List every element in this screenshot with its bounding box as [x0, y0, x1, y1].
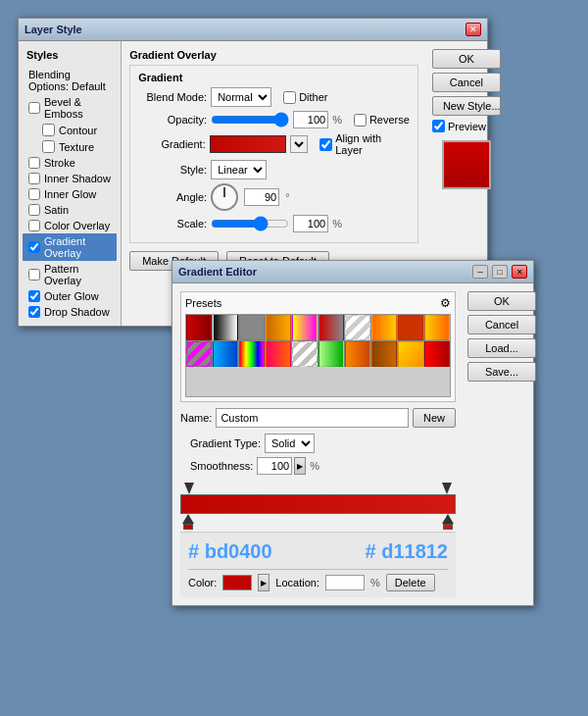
sidebar-item-outer-glow[interactable]: Outer Glow — [23, 288, 117, 304]
ge-save-btn[interactable]: Save... — [467, 362, 536, 382]
preset-0[interactable] — [186, 315, 212, 340]
satin-checkbox[interactable] — [28, 204, 40, 216]
preset-16[interactable] — [345, 341, 370, 367]
align-layer-row: Align with Layer — [319, 132, 410, 156]
ge-cancel-btn[interactable]: Cancel — [467, 315, 536, 334]
preview-checkbox[interactable] — [432, 120, 445, 132]
scale-input[interactable] — [293, 215, 328, 232]
preset-12[interactable] — [239, 341, 265, 367]
scale-slider[interactable] — [211, 216, 289, 231]
align-layer-checkbox[interactable] — [319, 138, 332, 151]
preview-row: Preview — [432, 120, 501, 132]
opacity-slider[interactable] — [211, 112, 289, 128]
color-swatch[interactable] — [222, 575, 252, 590]
preset-1[interactable] — [213, 315, 238, 340]
ls-ok-btn[interactable]: OK — [432, 49, 501, 69]
sidebar-item-gradient-overlay[interactable]: Gradient Overlay — [23, 233, 117, 261]
smoothness-stepper[interactable]: ▶ — [294, 457, 306, 475]
delete-btn[interactable]: Delete — [386, 574, 435, 591]
sidebar-item-color-overlay[interactable]: Color Overlay — [23, 218, 117, 233]
gradient-type-row: Gradient Type: Solid — [180, 434, 456, 453]
color-hex-highlight-row: # bd0400 # d11812 — [188, 537, 448, 567]
new-gradient-btn[interactable]: New — [413, 408, 456, 428]
drop-shadow-label: Drop Shadow — [44, 306, 110, 318]
sidebar-item-pattern-overlay[interactable]: Pattern Overlay — [23, 261, 117, 288]
align-layer-label: Align with Layer — [335, 132, 410, 156]
sidebar-item-texture[interactable]: Texture — [23, 138, 117, 155]
angle-unit: ° — [285, 191, 289, 203]
gradient-overlay-checkbox[interactable] — [28, 241, 40, 253]
color-stop-right[interactable] — [442, 514, 454, 530]
stroke-checkbox[interactable] — [28, 157, 40, 169]
preset-14[interactable] — [292, 341, 318, 367]
smoothness-input[interactable] — [257, 457, 292, 475]
gradient-row: Gradient: ▼ Align with Layer — [138, 132, 410, 156]
layer-style-close-btn[interactable]: ✕ — [466, 23, 481, 36]
pattern-overlay-checkbox[interactable] — [28, 269, 40, 281]
preset-4[interactable] — [292, 315, 318, 340]
preset-7[interactable] — [371, 315, 397, 340]
angle-input[interactable] — [244, 188, 279, 206]
bevel-checkbox[interactable] — [28, 102, 40, 114]
ge-minimize-btn[interactable]: ─ — [472, 265, 488, 279]
outer-glow-checkbox[interactable] — [28, 290, 40, 302]
presets-grid[interactable] — [185, 314, 451, 397]
ls-cancel-btn[interactable]: Cancel — [432, 73, 501, 92]
contour-checkbox[interactable] — [42, 124, 55, 136]
color-info-section: # bd0400 # d11812 Color: ▶ Location: % D… — [180, 532, 456, 597]
color-overlay-checkbox[interactable] — [28, 220, 40, 231]
ge-load-btn[interactable]: Load... — [467, 338, 536, 358]
preset-17[interactable] — [371, 341, 397, 367]
preset-15[interactable] — [318, 341, 344, 367]
preset-11[interactable] — [213, 341, 238, 367]
presets-gear-icon[interactable]: ⚙ — [440, 296, 451, 310]
preset-8[interactable] — [398, 315, 423, 340]
gradient-editor-window: Gradient Editor ─ □ ✕ Presets ⚙ — [172, 260, 534, 606]
ge-ok-btn[interactable]: OK — [467, 291, 536, 311]
blend-mode-select[interactable]: Normal — [211, 87, 271, 107]
preset-13[interactable] — [266, 341, 291, 367]
name-input[interactable] — [216, 408, 409, 428]
color-stepper[interactable]: ▶ — [258, 574, 270, 591]
preset-3[interactable] — [266, 315, 291, 340]
sidebar-item-satin[interactable]: Satin — [23, 202, 117, 218]
preset-19[interactable] — [424, 341, 450, 367]
sidebar-item-bevel[interactable]: Bevel & Emboss — [23, 94, 117, 122]
inner-glow-checkbox[interactable] — [28, 188, 40, 200]
gradient-type-select[interactable]: Solid — [265, 434, 315, 453]
reverse-checkbox[interactable] — [354, 114, 367, 127]
opacity-stop-right[interactable] — [442, 483, 452, 494]
location-input[interactable] — [325, 575, 365, 590]
preset-5[interactable] — [318, 315, 344, 340]
angle-dial[interactable] — [211, 183, 238, 211]
sidebar-item-blending[interactable]: Blending Options: Default — [23, 67, 117, 94]
gradient-bar[interactable] — [180, 494, 456, 514]
sidebar-item-contour[interactable]: Contour — [23, 122, 117, 138]
ge-close-btn[interactable]: ✕ — [512, 265, 527, 279]
preset-2[interactable] — [239, 315, 265, 340]
location-label: Location: — [275, 577, 319, 588]
ls-new-style-btn[interactable]: New Style... — [432, 96, 501, 116]
sidebar-item-drop-shadow[interactable]: Drop Shadow — [23, 304, 117, 320]
gradient-overlay-title: Gradient Overlay — [129, 49, 418, 61]
style-select[interactable]: Linear — [211, 160, 267, 179]
texture-checkbox[interactable] — [42, 140, 55, 153]
preset-6[interactable] — [345, 315, 370, 340]
sidebar-item-inner-shadow[interactable]: Inner Shadow — [23, 171, 117, 186]
sidebar-item-stroke[interactable]: Stroke — [23, 155, 117, 171]
right-color-hex: # d11812 — [365, 540, 448, 563]
opacity-stop-left[interactable] — [184, 483, 194, 494]
sidebar-item-inner-glow[interactable]: Inner Glow — [23, 186, 117, 202]
opacity-input[interactable] — [293, 111, 328, 128]
drop-shadow-checkbox[interactable] — [28, 306, 40, 318]
gradient-swatch[interactable] — [210, 135, 286, 153]
inner-shadow-checkbox[interactable] — [28, 173, 40, 184]
dither-checkbox[interactable] — [283, 91, 296, 104]
preset-10[interactable] — [186, 341, 212, 367]
ge-maximize-btn[interactable]: □ — [492, 265, 508, 279]
opacity-label: Opacity: — [138, 114, 207, 126]
color-stop-left[interactable] — [182, 514, 194, 530]
preset-18[interactable] — [398, 341, 423, 367]
gradient-dropdown[interactable]: ▼ — [290, 135, 308, 153]
preset-9[interactable] — [424, 315, 450, 340]
